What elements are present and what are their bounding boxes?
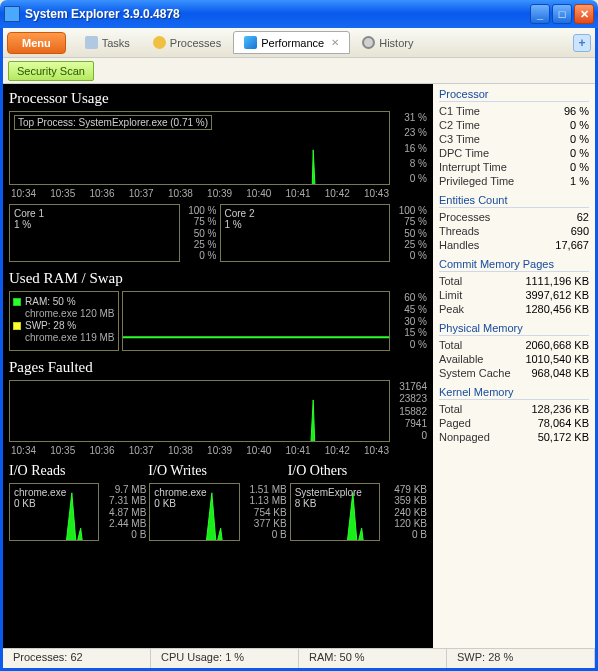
io-label: chrome.exe0 KB <box>14 487 66 509</box>
stats-value: 0 % <box>570 133 589 145</box>
app-icon <box>4 6 20 22</box>
stats-key: Interrupt Time <box>439 161 507 173</box>
stats-key: Processes <box>439 211 490 223</box>
ram-swap-legend: RAM: 50 %chrome.exe 120 MBSWP: 28 %chrom… <box>9 291 119 351</box>
close-button[interactable]: ✕ <box>574 4 594 24</box>
pages-faulted-title: Pages Faulted <box>9 359 427 376</box>
status-processes: Processes: 62 <box>3 649 151 668</box>
io-reads-chart: chrome.exe0 KB <box>9 483 99 541</box>
stats-row: Paged78,064 KB <box>439 416 589 430</box>
add-tab-button[interactable]: + <box>573 34 591 52</box>
menu-button[interactable]: Menu <box>7 32 66 54</box>
stats-row: Available1010,540 KB <box>439 352 589 366</box>
stats-value: 0 % <box>570 161 589 173</box>
stats-row: Total1111,196 KB <box>439 274 589 288</box>
stats-key: Privileged Time <box>439 175 514 187</box>
stats-key: System Cache <box>439 367 511 379</box>
stats-value: 78,064 KB <box>538 417 589 429</box>
stats-key: Paged <box>439 417 471 429</box>
status-bar: Processes: 62 CPU Usage: 1 % RAM: 50 % S… <box>3 648 595 668</box>
stats-value: 3997,612 KB <box>525 289 589 301</box>
stats-value: 968,048 KB <box>532 367 590 379</box>
status-cpu: CPU Usage: 1 % <box>151 649 299 668</box>
minimize-button[interactable]: _ <box>530 4 550 24</box>
tab-performance[interactable]: Performance✕ <box>233 31 350 54</box>
tab-history[interactable]: History <box>351 31 424 54</box>
status-ram: RAM: 50 % <box>299 649 447 668</box>
stats-row: Interrupt Time0 % <box>439 160 589 174</box>
stats-row: C3 Time0 % <box>439 132 589 146</box>
stats-value: 50,172 KB <box>538 431 589 443</box>
stats-key: Total <box>439 275 462 287</box>
tab-label: History <box>379 37 413 49</box>
window-title: System Explorer 3.9.0.4878 <box>25 7 528 21</box>
stats-group: Commit Memory PagesTotal1111,196 KBLimit… <box>439 258 589 316</box>
processor-usage-chart: Top Process: SystemExplorer.exe (0.71 %) <box>9 111 390 185</box>
stats-key: Handles <box>439 239 479 251</box>
stats-value: 690 <box>571 225 589 237</box>
stats-key: Peak <box>439 303 464 315</box>
stats-row: Nonpaged50,172 KB <box>439 430 589 444</box>
stats-row: Limit3997,612 KB <box>439 288 589 302</box>
stats-value: 1010,540 KB <box>525 353 589 365</box>
core-label: Core 11 % <box>14 208 44 230</box>
stats-row: Total2060,668 KB <box>439 338 589 352</box>
maximize-button[interactable]: □ <box>552 4 572 24</box>
performance-panel: Processor Usage Top Process: SystemExplo… <box>3 84 433 648</box>
io-label: SystemExplore8 KB <box>295 487 362 509</box>
tasks-icon <box>85 36 98 49</box>
core-1-chart: Core 11 % <box>9 204 180 262</box>
titlebar: System Explorer 3.9.0.4878 _ □ ✕ <box>0 0 598 28</box>
stats-group: Entities CountProcesses62Threads690Handl… <box>439 194 589 252</box>
stats-key: Total <box>439 339 462 351</box>
ram-swap-title: Used RAM / Swap <box>9 270 427 287</box>
stats-group-header: Kernel Memory <box>439 386 589 400</box>
stats-key: Nonpaged <box>439 431 490 443</box>
secondary-bar: Security Scan <box>3 58 595 84</box>
stats-value: 1 % <box>570 175 589 187</box>
legend-swatch <box>13 298 21 306</box>
core-label: Core 21 % <box>225 208 255 230</box>
toolbar: Menu TasksProcessesPerformance✕History + <box>3 28 595 58</box>
stats-value: 17,667 <box>555 239 589 251</box>
stats-value: 2060,668 KB <box>525 339 589 351</box>
legend-swatch <box>13 322 21 330</box>
stats-row: DPC Time0 % <box>439 146 589 160</box>
stats-group-header: Commit Memory Pages <box>439 258 589 272</box>
stats-panel: ProcessorC1 Time96 %C2 Time0 %C3 Time0 %… <box>433 84 595 648</box>
processor-usage-title: Processor Usage <box>9 90 427 107</box>
tab-label: Performance <box>261 37 324 49</box>
io-label: chrome.exe0 KB <box>154 487 206 509</box>
io-writes-chart: chrome.exe0 KB <box>149 483 239 541</box>
perf-icon <box>244 36 257 49</box>
stats-key: C1 Time <box>439 105 480 117</box>
tab-processes[interactable]: Processes <box>142 31 232 54</box>
stats-row: Privileged Time1 % <box>439 174 589 188</box>
proc-icon <box>153 36 166 49</box>
svg-marker-3 <box>10 400 389 442</box>
pages-faulted-chart <box>9 380 390 442</box>
stats-row: C1 Time96 % <box>439 104 589 118</box>
svg-marker-0 <box>10 150 389 185</box>
security-scan-button[interactable]: Security Scan <box>8 61 94 81</box>
tab-tasks[interactable]: Tasks <box>74 31 141 54</box>
stats-row: Processes62 <box>439 210 589 224</box>
legend-label: RAM: 50 % <box>25 296 76 307</box>
stats-row: System Cache968,048 KB <box>439 366 589 380</box>
stats-group-header: Processor <box>439 88 589 102</box>
io-others-chart: SystemExplore8 KB <box>290 483 380 541</box>
stats-value: 1280,456 KB <box>525 303 589 315</box>
stats-group: Kernel MemoryTotal128,236 KBPaged78,064 … <box>439 386 589 444</box>
stats-key: C3 Time <box>439 133 480 145</box>
stats-row: C2 Time0 % <box>439 118 589 132</box>
tab-label: Processes <box>170 37 221 49</box>
stats-value: 62 <box>577 211 589 223</box>
status-swp: SWP: 28 % <box>447 649 595 668</box>
stats-row: Threads690 <box>439 224 589 238</box>
stats-group: Physical MemoryTotal2060,668 KBAvailable… <box>439 322 589 380</box>
ram-swap-chart <box>122 291 390 351</box>
stats-value: 128,236 KB <box>532 403 590 415</box>
tab-close-icon[interactable]: ✕ <box>331 37 339 48</box>
stats-key: C2 Time <box>439 119 480 131</box>
legend-label: SWP: 28 % <box>25 320 76 331</box>
